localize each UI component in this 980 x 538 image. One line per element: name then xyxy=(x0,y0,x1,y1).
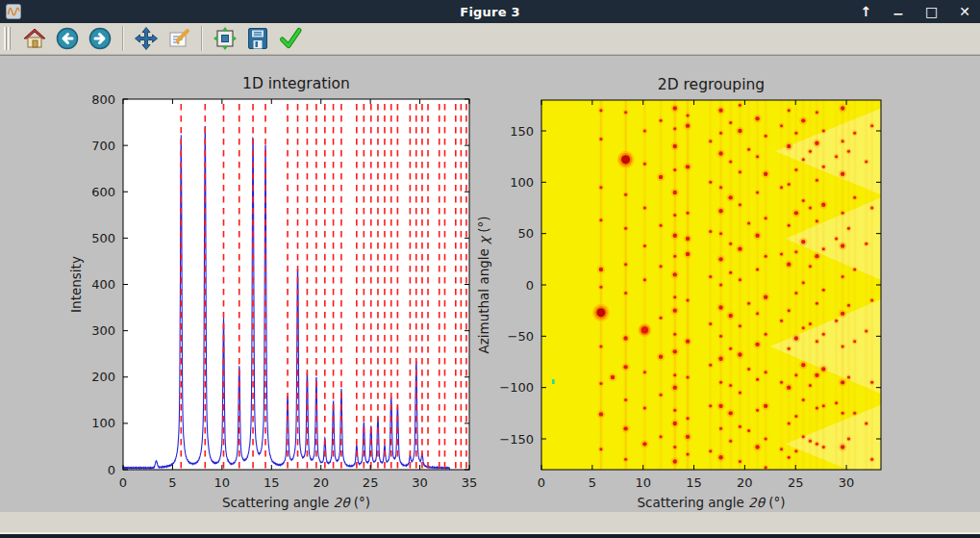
maximize-button[interactable]: □ xyxy=(925,0,938,23)
y-tick-label: 100 xyxy=(91,416,115,430)
window-title: Figure 3 xyxy=(0,5,980,19)
y-tick-label: 300 xyxy=(91,323,115,338)
y-tick-label: 50 xyxy=(517,226,534,241)
figure-window: Figure 3 ↑ − □ ✕ xyxy=(0,0,980,538)
edit-curves-button[interactable] xyxy=(163,24,194,53)
status-bar xyxy=(0,512,980,534)
regrouped-image xyxy=(541,100,881,483)
y-axis-label: Intensity xyxy=(68,256,84,313)
x-tick-label: 10 xyxy=(635,475,651,490)
figure-plots: 0510152025303501002003004005006007008001… xyxy=(0,56,980,513)
toolbar-grip[interactable] xyxy=(4,27,11,50)
cyan-outlier-pixel xyxy=(552,379,555,384)
y-tick-label: −100 xyxy=(499,380,534,395)
x-tick-label: 0 xyxy=(119,475,127,490)
x-tick-label: 35 xyxy=(462,475,478,490)
pan-button[interactable] xyxy=(131,24,162,53)
apply-check-button[interactable] xyxy=(275,24,306,53)
y-tick-label: 150 xyxy=(510,124,534,139)
titlebar[interactable]: Figure 3 ↑ − □ ✕ xyxy=(0,0,980,23)
x-tick-label: 30 xyxy=(412,475,428,490)
x-tick-label: 20 xyxy=(737,475,753,490)
save-button[interactable] xyxy=(242,24,273,53)
y-tick-label: 200 xyxy=(91,370,115,384)
y-tick-label: −50 xyxy=(508,329,534,344)
y-tick-label: 500 xyxy=(91,231,115,245)
back-arrow-icon xyxy=(55,26,80,51)
configure-subplots-icon xyxy=(213,26,238,51)
x-tick-label: 5 xyxy=(589,475,596,490)
y-tick-label: 800 xyxy=(91,92,115,107)
pan-move-icon xyxy=(134,26,159,51)
y-tick-label: −150 xyxy=(499,432,534,447)
y-tick-label: 600 xyxy=(91,185,115,199)
x-tick-label: 20 xyxy=(313,475,329,490)
back-button[interactable] xyxy=(52,24,83,53)
forward-button[interactable] xyxy=(85,24,115,53)
toolbar xyxy=(0,23,980,55)
window-bottom-border xyxy=(0,534,980,538)
plot-1d-integration: 0510152025303501002003004005006007008001… xyxy=(68,75,477,510)
plot-title: 1D integration xyxy=(242,75,350,92)
x-axis-label: Scattering angle 2θ (°) xyxy=(637,495,785,510)
toolbar-separator xyxy=(122,26,124,51)
y-tick-label: 700 xyxy=(91,139,115,153)
minimize-button[interactable]: − xyxy=(892,2,904,25)
window-controls: ↑ − □ ✕ xyxy=(861,0,970,23)
y-axis-label: Azimuthal angle χ (°) xyxy=(476,216,491,353)
x-tick-label: 25 xyxy=(788,475,804,490)
toolbar-separator xyxy=(201,26,203,51)
x-tick-label: 5 xyxy=(168,475,176,490)
x-tick-label: 0 xyxy=(538,475,545,490)
close-button[interactable]: ✕ xyxy=(959,0,970,23)
x-axis-label: Scattering angle 2θ (°) xyxy=(222,495,370,510)
y-tick-label: 0 xyxy=(108,463,115,477)
x-tick-label: 30 xyxy=(839,475,855,490)
x-tick-label: 25 xyxy=(363,475,379,490)
plot-2d-regrouping: 051015202530−150−100−500501001502D regro… xyxy=(476,76,881,510)
y-tick-label: 0 xyxy=(526,278,534,293)
y-tick-label: 100 xyxy=(510,175,534,190)
configure-subplots-button[interactable] xyxy=(210,24,240,53)
edit-document-icon xyxy=(166,26,191,51)
figure-canvas[interactable]: 0510152025303501002003004005006007008001… xyxy=(0,55,980,512)
x-tick-label: 15 xyxy=(264,475,280,490)
home-icon xyxy=(22,26,47,51)
x-tick-label: 15 xyxy=(686,475,702,490)
y-tick-label: 400 xyxy=(91,277,115,292)
forward-arrow-icon xyxy=(88,26,113,51)
rollup-button[interactable]: ↑ xyxy=(861,0,872,23)
home-button[interactable] xyxy=(19,24,50,53)
plot-title: 2D regrouping xyxy=(658,76,765,93)
green-check-icon xyxy=(278,26,303,51)
x-tick-label: 10 xyxy=(214,475,231,490)
save-floppy-icon xyxy=(245,26,270,51)
